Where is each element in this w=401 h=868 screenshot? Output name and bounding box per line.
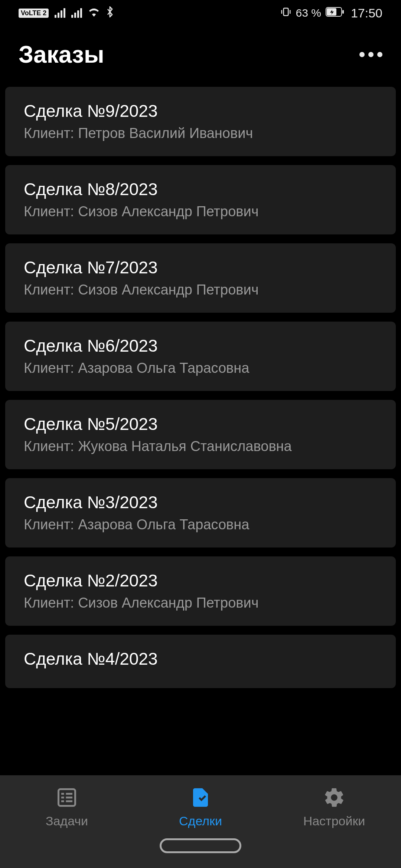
svg-rect-8	[66, 797, 73, 799]
deal-client: Клиент: Азарова Ольга Тарасовна	[24, 360, 377, 376]
deal-title: Сделка №8/2023	[24, 179, 377, 199]
gear-icon	[323, 786, 345, 810]
deal-title: Сделка №7/2023	[24, 257, 377, 277]
nav-settings[interactable]: Настройки	[267, 786, 401, 828]
nav-label: Задачи	[46, 814, 88, 828]
header: Заказы	[0, 26, 401, 87]
volte-text: VoLTE	[21, 9, 41, 17]
svg-rect-5	[61, 793, 64, 795]
deal-client: Клиент: Сизов Александр Петрович	[24, 204, 377, 220]
deal-title: Сделка №3/2023	[24, 492, 377, 512]
nav-label: Настройки	[303, 814, 365, 828]
deal-title: Сделка №9/2023	[24, 101, 377, 121]
deal-client: Клиент: Жукова Наталья Станиславовна	[24, 438, 377, 454]
list-item[interactable]: Сделка №5/2023 Клиент: Жукова Наталья Ст…	[5, 400, 396, 469]
deal-title: Сделка №6/2023	[24, 336, 377, 356]
file-check-icon	[189, 786, 212, 810]
svg-rect-0	[283, 8, 288, 16]
nav-deals[interactable]: Сделки	[134, 786, 267, 828]
signal-icon	[71, 8, 82, 18]
list-icon	[56, 786, 78, 810]
deals-list[interactable]: Сделка №9/2023 Клиент: Петров Василий Ив…	[0, 87, 401, 792]
deal-title: Сделка №4/2023	[24, 649, 377, 669]
battery-icon	[326, 7, 344, 19]
svg-rect-6	[66, 793, 73, 795]
list-item[interactable]: Сделка №9/2023 Клиент: Петров Василий Ив…	[5, 87, 396, 156]
nav-label: Сделки	[179, 814, 222, 828]
volte-badge: VoLTE 2	[19, 9, 49, 18]
more-button[interactable]	[359, 52, 382, 57]
svg-rect-10	[66, 800, 73, 802]
more-icon	[377, 52, 382, 57]
list-item[interactable]: Сделка №3/2023 Клиент: Азарова Ольга Тар…	[5, 478, 396, 548]
status-right: 63 % 17:50	[280, 6, 382, 20]
deal-client: Клиент: Азарова Ольга Тарасовна	[24, 517, 377, 533]
list-item[interactable]: Сделка №8/2023 Клиент: Сизов Александр П…	[5, 165, 396, 234]
deal-client: Клиент: Сизов Александр Петрович	[24, 282, 377, 298]
nav-tasks[interactable]: Задачи	[0, 786, 134, 828]
deal-title: Сделка №5/2023	[24, 414, 377, 434]
list-item[interactable]: Сделка №6/2023 Клиент: Азарова Ольга Тар…	[5, 322, 396, 391]
bluetooth-icon	[106, 6, 114, 20]
time: 17:50	[351, 6, 382, 20]
status-bar: VoLTE 2 63 % 17:50	[0, 0, 401, 26]
battery-percent: 63 %	[296, 7, 321, 19]
list-item[interactable]: Сделка №4/2023	[5, 635, 396, 688]
vibrate-icon	[280, 6, 291, 20]
page-title: Заказы	[19, 41, 104, 68]
signal-icon	[55, 8, 65, 18]
sim-number: 2	[43, 9, 46, 17]
deal-client: Клиент: Петров Василий Иванович	[24, 125, 377, 141]
home-indicator[interactable]	[160, 838, 241, 853]
list-item[interactable]: Сделка №7/2023 Клиент: Сизов Александр П…	[5, 243, 396, 313]
more-icon	[368, 52, 374, 57]
deal-title: Сделка №2/2023	[24, 571, 377, 591]
svg-rect-7	[61, 797, 64, 799]
list-item[interactable]: Сделка №2/2023 Клиент: Сизов Александр П…	[5, 556, 396, 626]
bottom-nav: Задачи Сделки Настройки	[0, 775, 401, 868]
svg-rect-9	[61, 800, 64, 802]
status-left: VoLTE 2	[19, 6, 114, 20]
svg-rect-3	[342, 10, 344, 14]
deal-client: Клиент: Сизов Александр Петрович	[24, 595, 377, 611]
wifi-icon	[88, 7, 100, 19]
more-icon	[359, 52, 365, 57]
